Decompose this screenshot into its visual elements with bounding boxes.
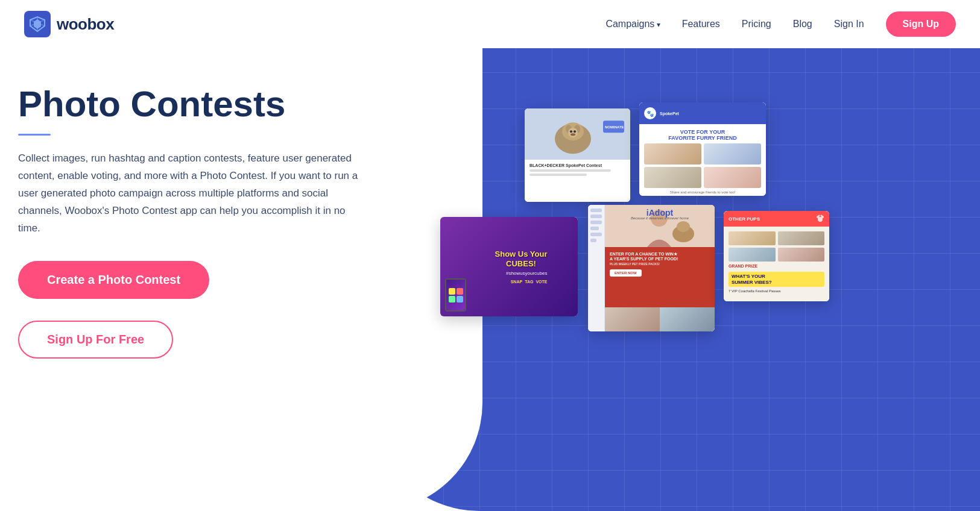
screenshot-card-1: NOMINATE BLACK+DECKER SpokePet Contest bbox=[525, 108, 630, 202]
svg-point-24 bbox=[821, 215, 823, 217]
nav-signin[interactable]: Sign In bbox=[834, 19, 864, 30]
card2-subtitle: Share and encourage friends to vote too! bbox=[670, 190, 736, 194]
card3-hashtag: #showusyourcubes bbox=[506, 271, 547, 276]
nav-signup-button[interactable]: Sign Up bbox=[886, 11, 956, 37]
nav-features[interactable]: Features bbox=[682, 19, 720, 30]
hero-divider bbox=[18, 134, 51, 136]
svg-point-7 bbox=[571, 133, 575, 136]
screenshot-gallery: NOMINATE BLACK+DECKER SpokePet Contest 🐾… bbox=[428, 60, 971, 482]
card5-grand-prize-label: GRAND PRIZE bbox=[729, 264, 824, 268]
nav-campaigns[interactable]: Campaigns bbox=[605, 19, 660, 30]
card5-prize-detail: 7 VIP Coachella Festival Passes bbox=[729, 289, 824, 293]
hero-title: Photo Contests bbox=[18, 84, 392, 124]
svg-point-23 bbox=[818, 215, 820, 217]
svg-rect-12 bbox=[449, 288, 455, 295]
logo-link[interactable]: woobox bbox=[24, 11, 114, 37]
card3-tag-snap: SNAP bbox=[511, 280, 522, 284]
card4-enter-button: ENTER NOW bbox=[610, 269, 642, 277]
card2-title: VOTE FOR YOURFAVORITE FURRY FRIEND bbox=[668, 129, 736, 141]
svg-text:NOMINATE: NOMINATE bbox=[605, 125, 624, 129]
card4-enter-text: ENTER FOR A CHANCE TO WIN★A YEAR'S SUPPL… bbox=[610, 252, 710, 261]
screenshot-card-4: iAdopt Because it deserves a forever hom… bbox=[588, 205, 715, 331]
screenshot-card-3: Show Us YourCUBES! #showusyourcubes SNAP… bbox=[440, 217, 578, 316]
card3-title: Show Us YourCUBES! bbox=[495, 249, 548, 268]
card3-tag-tag: TAG bbox=[525, 280, 533, 284]
hero-section: Photo Contests Collect images, run hasht… bbox=[18, 84, 392, 359]
card1-title: BLACK+DECKER SpokePet Contest bbox=[530, 163, 625, 168]
card1-image: NOMINATE bbox=[525, 108, 630, 160]
paw-icon: 🐾 bbox=[646, 110, 654, 117]
nav-links: Campaigns Features Pricing Blog Sign In … bbox=[605, 11, 956, 37]
svg-rect-14 bbox=[449, 296, 455, 303]
card5-brand: OTHER PUPS bbox=[729, 216, 760, 222]
screenshot-card-2: 🐾 SpokePet VOTE FOR YOURFAVORITE FURRY F… bbox=[639, 102, 766, 196]
nav-pricing[interactable]: Pricing bbox=[742, 19, 771, 30]
create-contest-button[interactable]: Create a Photo Contest bbox=[18, 261, 209, 299]
logo-text: woobox bbox=[57, 15, 114, 34]
card3-phone-mockup bbox=[445, 278, 466, 312]
card5-paw-icon bbox=[816, 215, 824, 223]
svg-point-6 bbox=[568, 128, 578, 137]
woobox-logo-icon bbox=[24, 11, 51, 37]
svg-rect-13 bbox=[457, 288, 463, 295]
svg-rect-15 bbox=[457, 296, 463, 303]
card5-prize-name: WHAT'S YOURSUMMER VIBES? bbox=[732, 274, 821, 285]
nav-blog[interactable]: Blog bbox=[793, 19, 812, 30]
card3-tag-vote: VOTE bbox=[536, 280, 547, 284]
card2-brand: SpokePet bbox=[660, 111, 679, 116]
svg-point-19 bbox=[677, 221, 690, 232]
screenshot-card-5: OTHER PUPS GRAND PRIZE W bbox=[724, 211, 829, 301]
cubes-icon bbox=[447, 287, 464, 304]
hero-description: Collect images, run hashtag and caption … bbox=[18, 150, 362, 237]
navbar: woobox Campaigns Features Pricing Blog S… bbox=[0, 0, 980, 48]
card4-tagline: Because it deserves a forever home bbox=[605, 216, 715, 220]
card4-prize-detail: PLUS WEEKLY PET PRIZE PACKS! bbox=[610, 262, 710, 266]
svg-point-8 bbox=[570, 130, 572, 133]
hero-buttons: Create a Photo Contest Sign Up For Free bbox=[18, 261, 392, 359]
svg-point-9 bbox=[574, 130, 576, 133]
signup-free-button[interactable]: Sign Up For Free bbox=[18, 321, 173, 359]
